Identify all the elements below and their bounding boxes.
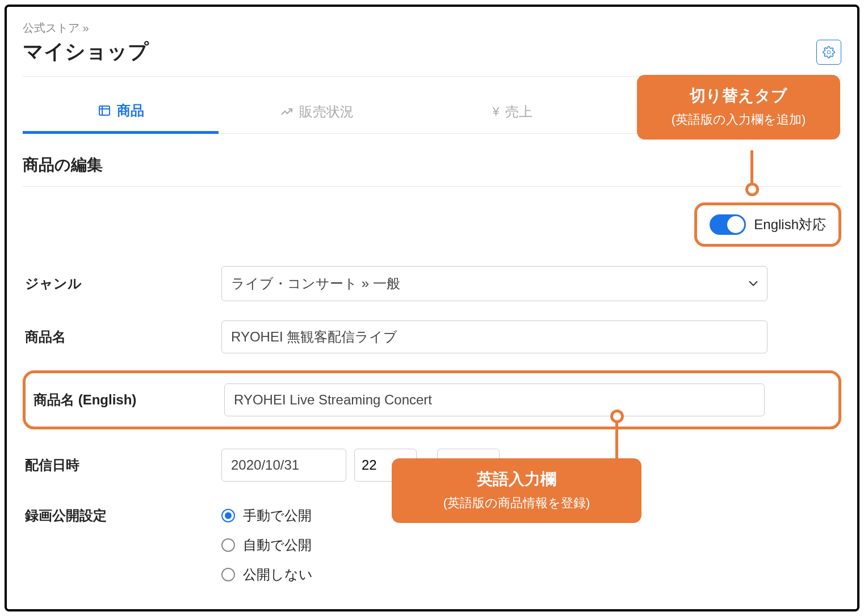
section-title: 商品の編集 xyxy=(23,154,841,187)
recording-manual-label: 手動で公開 xyxy=(243,507,312,525)
list-icon xyxy=(98,104,111,117)
yen-icon: ¥ xyxy=(492,104,499,119)
radio-icon xyxy=(221,538,235,552)
callout-toggle-title: 切り替えタブ xyxy=(652,85,825,107)
callout-toggle-sub: (英語版の入力欄を追加) xyxy=(652,111,825,128)
english-toggle[interactable] xyxy=(710,214,746,235)
recording-label: 録画公開設定 xyxy=(23,507,221,525)
recording-none-label: 公開しない xyxy=(243,566,313,584)
date-input[interactable] xyxy=(221,449,346,482)
radio-icon xyxy=(221,568,235,581)
header-row: マイショップ xyxy=(23,38,841,77)
english-name-highlight: 商品名 (English) xyxy=(23,370,841,429)
tab-products[interactable]: 商品 xyxy=(23,91,219,134)
tab-revenue[interactable]: ¥ 売上 xyxy=(414,91,610,133)
tab-revenue-label: 売上 xyxy=(505,103,532,121)
page-title: マイショップ xyxy=(23,38,149,66)
english-toggle-row: English対応 xyxy=(23,202,841,247)
toggle-knob xyxy=(727,216,744,233)
breadcrumb[interactable]: 公式ストア » xyxy=(23,20,841,36)
datetime-label: 配信日時 xyxy=(23,456,221,474)
tab-sales-status[interactable]: 販売状況 xyxy=(219,91,414,133)
callout-connector-dot xyxy=(745,183,759,196)
callout-connector-dot xyxy=(610,410,624,423)
name-en-input[interactable] xyxy=(224,383,765,416)
gear-icon xyxy=(823,46,835,58)
radio-icon xyxy=(221,509,235,522)
english-toggle-label: English対応 xyxy=(754,216,826,234)
name-input[interactable] xyxy=(221,320,767,353)
recording-auto-label: 自動で公開 xyxy=(243,536,312,554)
row-name: 商品名 xyxy=(23,320,841,353)
english-toggle-highlight: English対応 xyxy=(694,202,841,247)
genre-select[interactable]: ライブ・コンサート » 一般 xyxy=(221,266,767,301)
chart-icon xyxy=(280,105,293,119)
tab-sales-status-label: 販売状況 xyxy=(299,103,354,121)
callout-toggle: 切り替えタブ (英語版の入力欄を追加) xyxy=(637,75,840,140)
callout-english-field: 英語入力欄 (英語版の商品情報を登録) xyxy=(392,458,641,523)
row-genre: ジャンル ライブ・コンサート » 一般 xyxy=(23,266,841,301)
callout-english-title: 英語入力欄 xyxy=(406,469,627,490)
recording-option-auto[interactable]: 自動で公開 xyxy=(221,536,767,554)
name-label: 商品名 xyxy=(23,328,221,346)
genre-label: ジャンル xyxy=(23,275,221,293)
name-en-label: 商品名 (English) xyxy=(33,391,224,409)
recording-option-none[interactable]: 公開しない xyxy=(221,566,767,584)
callout-english-sub: (英語版の商品情報を登録) xyxy=(406,495,627,512)
svg-point-0 xyxy=(827,50,831,54)
settings-button[interactable] xyxy=(816,40,841,65)
svg-rect-1 xyxy=(99,106,110,115)
app-window: 公式ストア » マイショップ 商品 販売状況 ¥ 売上 商品の編集 Englis… xyxy=(5,5,859,611)
row-name-english: 商品名 (English) xyxy=(33,383,831,416)
tab-products-label: 商品 xyxy=(117,102,144,120)
